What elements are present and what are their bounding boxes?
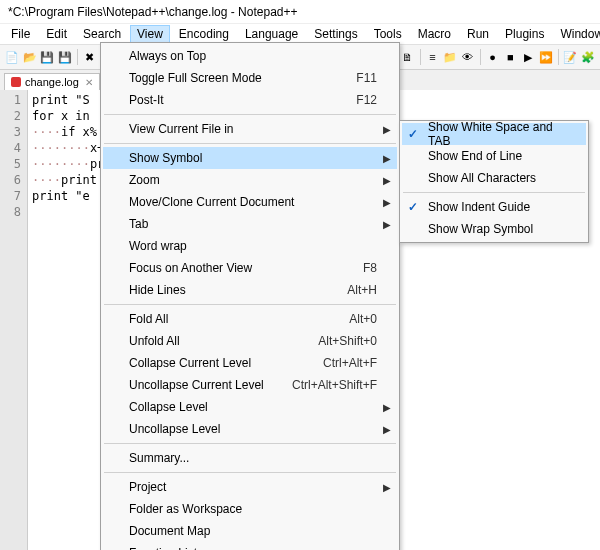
submenu-arrow-icon: ▶ [383, 424, 391, 435]
menu-item-uncollapse-level[interactable]: Uncollapse Level▶ [103, 418, 397, 440]
menu-item-label: Uncollapse Current Level [129, 378, 268, 392]
line-number: 2 [4, 108, 21, 124]
menu-item-move-clone-current-document[interactable]: Move/Clone Current Document▶ [103, 191, 397, 213]
menu-item-document-map[interactable]: Document Map [103, 520, 397, 542]
menu-tools[interactable]: Tools [367, 25, 409, 43]
menu-item-collapse-current-level[interactable]: Collapse Current LevelCtrl+Alt+F [103, 352, 397, 374]
menu-item-label: Project [129, 480, 377, 494]
menu-item-collapse-level[interactable]: Collapse Level▶ [103, 396, 397, 418]
menu-item-label: Show Indent Guide [428, 200, 576, 214]
menu-view[interactable]: View [130, 25, 170, 43]
menu-item-accelerator: F8 [363, 261, 377, 275]
menu-item-always-on-top[interactable]: Always on Top [103, 45, 397, 67]
menu-window[interactable]: Window [553, 25, 600, 43]
close-icon[interactable]: ✕ [85, 77, 93, 88]
folder-button[interactable]: 📁 [442, 48, 458, 66]
menu-item-label: Zoom [129, 173, 377, 187]
menu-item-show-all-characters[interactable]: Show All Characters [402, 167, 586, 189]
menu-encoding[interactable]: Encoding [172, 25, 236, 43]
check-icon: ✓ [408, 127, 418, 141]
saveall-button[interactable]: 💾 [57, 48, 73, 66]
menu-macro[interactable]: Macro [411, 25, 458, 43]
menu-item-label: Show White Space and TAB [428, 120, 576, 148]
menu-item-post-it[interactable]: Post-ItF12 [103, 89, 397, 111]
menu-search[interactable]: Search [76, 25, 128, 43]
menu-language[interactable]: Language [238, 25, 305, 43]
menu-item-folder-as-workspace[interactable]: Folder as Workspace [103, 498, 397, 520]
menu-item-view-current-file-in[interactable]: View Current File in▶ [103, 118, 397, 140]
note-button[interactable]: 📝 [562, 48, 578, 66]
menu-item-summary[interactable]: Summary... [103, 447, 397, 469]
menu-file[interactable]: File [4, 25, 37, 43]
open-button[interactable]: 📂 [22, 48, 38, 66]
menu-item-label: Uncollapse Level [129, 422, 377, 436]
submenu-arrow-icon: ▶ [383, 197, 391, 208]
menu-item-show-end-of-line[interactable]: Show End of Line [402, 145, 586, 167]
menu-item-word-wrap[interactable]: Word wrap [103, 235, 397, 257]
menu-item-accelerator: Alt+Shift+0 [318, 334, 377, 348]
menu-item-label: Focus on Another View [129, 261, 339, 275]
plugin-button[interactable]: 🧩 [580, 48, 596, 66]
toolbar-separator [480, 49, 481, 65]
menu-item-show-white-space-and-tab[interactable]: ✓Show White Space and TAB [402, 123, 586, 145]
menu-item-label: Collapse Current Level [129, 356, 299, 370]
line-number: 5 [4, 156, 21, 172]
menu-item-fold-all[interactable]: Fold AllAlt+0 [103, 308, 397, 330]
rec-button[interactable]: ● [485, 48, 501, 66]
menu-item-tab[interactable]: Tab▶ [103, 213, 397, 235]
line-number: 8 [4, 204, 21, 220]
menu-item-show-indent-guide[interactable]: ✓Show Indent Guide [402, 196, 586, 218]
menu-item-label: Word wrap [129, 239, 377, 253]
submenu-arrow-icon: ▶ [383, 124, 391, 135]
play-button[interactable]: ▶ [520, 48, 536, 66]
menubar: FileEditSearchViewEncodingLanguageSettin… [0, 24, 600, 44]
menu-item-accelerator: F11 [356, 71, 377, 85]
menu-item-zoom[interactable]: Zoom▶ [103, 169, 397, 191]
menu-item-toggle-full-screen-mode[interactable]: Toggle Full Screen ModeF11 [103, 67, 397, 89]
line-number: 6 [4, 172, 21, 188]
menu-plugins[interactable]: Plugins [498, 25, 551, 43]
menu-item-label: Function List [129, 546, 377, 550]
menu-item-unfold-all[interactable]: Unfold AllAlt+Shift+0 [103, 330, 397, 352]
menu-item-label: Hide Lines [129, 283, 323, 297]
menu-item-accelerator: Ctrl+Alt+Shift+F [292, 378, 377, 392]
menu-item-label: Show Wrap Symbol [428, 222, 576, 236]
menu-separator [104, 114, 396, 115]
menu-item-label: Show Symbol [129, 151, 377, 165]
line-number: 3 [4, 124, 21, 140]
menu-item-function-list[interactable]: Function List [103, 542, 397, 550]
toolbar-separator [420, 49, 421, 65]
menu-item-label: Tab [129, 217, 377, 231]
menu-item-label: Show End of Line [428, 149, 576, 163]
menu-run[interactable]: Run [460, 25, 496, 43]
close-button[interactable]: ✖ [82, 48, 98, 66]
funclist-button[interactable]: ≡ [425, 48, 441, 66]
new-button[interactable]: 📄 [4, 48, 20, 66]
menu-item-focus-on-another-view[interactable]: Focus on Another ViewF8 [103, 257, 397, 279]
menu-item-label: Collapse Level [129, 400, 377, 414]
menu-settings[interactable]: Settings [307, 25, 364, 43]
eye-button[interactable]: 👁 [460, 48, 476, 66]
menu-separator [403, 192, 585, 193]
menu-item-project[interactable]: Project▶ [103, 476, 397, 498]
playall-button[interactable]: ⏩ [538, 48, 554, 66]
submenu-arrow-icon: ▶ [383, 175, 391, 186]
menu-item-show-symbol[interactable]: Show Symbol▶ [103, 147, 397, 169]
menu-item-label: Fold All [129, 312, 325, 326]
save-button[interactable]: 💾 [39, 48, 55, 66]
submenu-arrow-icon: ▶ [383, 153, 391, 164]
menu-item-uncollapse-current-level[interactable]: Uncollapse Current LevelCtrl+Alt+Shift+F [103, 374, 397, 396]
menu-item-accelerator: F12 [356, 93, 377, 107]
stop-button[interactable]: ■ [502, 48, 518, 66]
menu-item-label: Summary... [129, 451, 377, 465]
menu-item-label: Toggle Full Screen Mode [129, 71, 332, 85]
submenu-arrow-icon: ▶ [383, 402, 391, 413]
menu-item-label: View Current File in [129, 122, 377, 136]
line-number-gutter: 12345678 [0, 90, 28, 550]
tab-change-log[interactable]: change.log ✕ [4, 73, 100, 90]
menu-item-show-wrap-symbol[interactable]: Show Wrap Symbol [402, 218, 586, 240]
menu-edit[interactable]: Edit [39, 25, 74, 43]
docmap-button[interactable]: 🗎 [400, 48, 416, 66]
toolbar-separator [558, 49, 559, 65]
menu-item-hide-lines[interactable]: Hide LinesAlt+H [103, 279, 397, 301]
